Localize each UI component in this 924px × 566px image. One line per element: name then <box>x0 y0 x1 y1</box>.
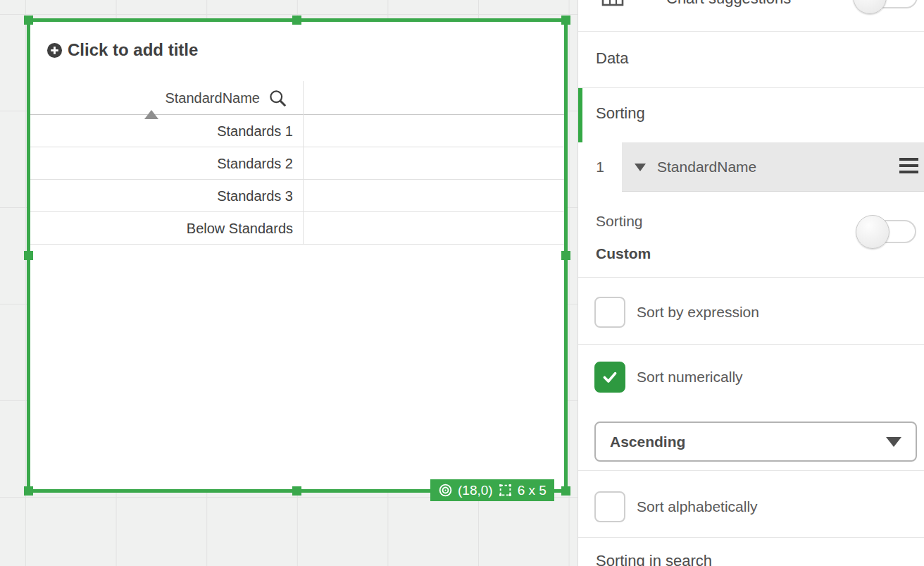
sort-alphabetically-checkbox[interactable] <box>594 491 625 522</box>
table-row[interactable]: Below Standards <box>28 212 565 245</box>
add-title-plus-icon <box>46 42 63 59</box>
table-cell[interactable]: Standards 2 <box>28 147 303 180</box>
position-target-icon <box>438 483 453 498</box>
sort-numerically-checkbox[interactable] <box>594 362 625 393</box>
table-row[interactable]: Standards 3 <box>28 180 565 212</box>
column-header-label: StandardName <box>165 90 260 106</box>
sort-numerically-row: Sort numerically Ascending <box>578 345 924 471</box>
widget-title[interactable]: Click to add title <box>46 38 198 62</box>
sort-numerically-label: Sort numerically <box>637 369 743 386</box>
table-header-cell[interactable]: StandardName <box>28 81 303 115</box>
sort-item-name: StandardName <box>657 159 756 176</box>
table-chart-icon <box>601 0 625 8</box>
custom-sorting-toggle[interactable] <box>857 215 924 249</box>
search-icon[interactable] <box>268 89 287 108</box>
toggle-knob <box>853 0 887 14</box>
sort-order-dropdown[interactable]: Ascending <box>594 422 917 462</box>
sort-alphabetically-row: Sort alphabetically <box>578 471 924 538</box>
table-row[interactable]: Standards 1 <box>28 115 565 147</box>
custom-sorting-row: Sorting Custom <box>578 192 924 278</box>
widget-title-placeholder: Click to add title <box>68 40 198 60</box>
custom-sorting-label: Sorting <box>596 213 643 230</box>
chart-suggestions-toggle[interactable] <box>854 0 922 14</box>
sort-by-expression-label: Sort by expression <box>637 304 759 321</box>
custom-sorting-mode: Custom <box>596 245 651 262</box>
sort-by-expression-checkbox[interactable] <box>594 297 625 328</box>
properties-panel: Chart suggestions Data Sorting 1 Standar… <box>578 0 924 566</box>
sort-item-row[interactable]: 1 StandardName <box>578 142 924 192</box>
sort-alphabetically-label: Sort alphabetically <box>637 498 758 515</box>
chart-suggestions-row: Chart suggestions <box>578 0 924 32</box>
selection-position-size-badge: (18,0) 6 x 5 <box>430 479 554 501</box>
chart-suggestions-label: Chart suggestions <box>666 0 791 9</box>
badge-position-value: (18,0) <box>458 483 493 498</box>
dropdown-caret-icon <box>886 437 901 447</box>
drag-handle-icon[interactable] <box>899 158 918 177</box>
table-cell[interactable]: Below Standards <box>28 212 303 245</box>
sort-order-value: Ascending <box>610 433 685 450</box>
sorting-in-search-row[interactable]: Sorting in search <box>578 538 924 566</box>
sorting-section-label: Sorting <box>596 104 645 123</box>
size-frame-icon <box>498 483 513 498</box>
expand-caret-icon[interactable] <box>635 164 646 171</box>
sort-by-expression-row: Sort by expression <box>578 278 924 345</box>
table-cell[interactable]: Standards 1 <box>28 115 303 147</box>
table-row[interactable]: Standards 2 <box>28 147 565 180</box>
table-cell[interactable]: Standards 3 <box>28 180 303 212</box>
toggle-knob <box>856 215 889 249</box>
checkmark-icon <box>601 368 619 386</box>
data-section-label: Data <box>596 49 628 68</box>
section-data[interactable]: Data <box>578 32 924 88</box>
sorting-in-search-label: Sorting in search <box>596 552 712 566</box>
sort-item-index: 1 <box>578 142 622 192</box>
active-section-indicator <box>578 88 582 142</box>
table-widget[interactable]: Click to add title StandardName Standard… <box>28 20 565 491</box>
sheet-canvas[interactable]: Click to add title StandardName Standard… <box>0 0 578 566</box>
section-sorting[interactable]: Sorting <box>578 88 924 142</box>
badge-size-value: 6 x 5 <box>518 483 547 498</box>
table-header-row: StandardName <box>28 81 565 115</box>
